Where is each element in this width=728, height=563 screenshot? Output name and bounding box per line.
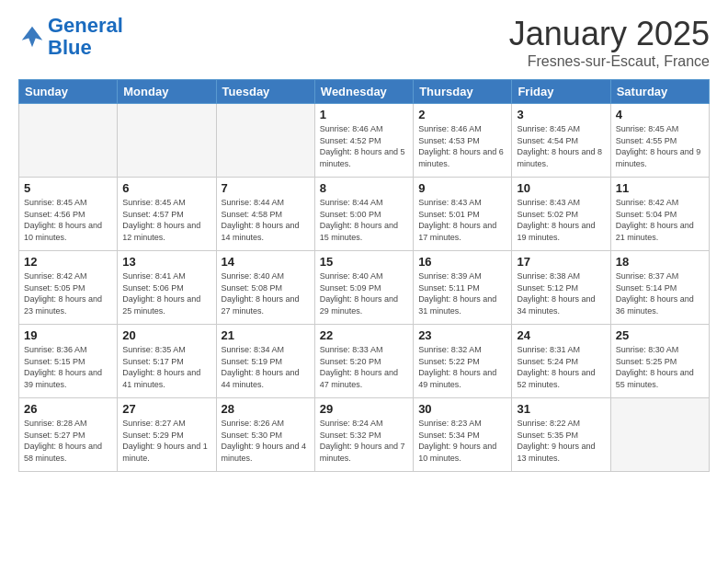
table-row: 18Sunrise: 8:37 AM Sunset: 5:14 PM Dayli… (610, 251, 709, 325)
day-number: 7 (222, 181, 310, 195)
table-row: 25Sunrise: 8:30 AM Sunset: 5:25 PM Dayli… (610, 325, 709, 398)
calendar-week-row: 5Sunrise: 8:45 AM Sunset: 4:56 PM Daylig… (19, 178, 710, 251)
day-info: Sunrise: 8:32 AM Sunset: 5:22 PM Dayligh… (418, 344, 506, 390)
table-row: 3Sunrise: 8:45 AM Sunset: 4:54 PM Daylig… (512, 104, 610, 178)
table-row: 12Sunrise: 8:42 AM Sunset: 5:05 PM Dayli… (19, 251, 118, 325)
day-number: 11 (616, 181, 704, 195)
day-info: Sunrise: 8:39 AM Sunset: 5:11 PM Dayligh… (418, 270, 506, 316)
table-row: 10Sunrise: 8:43 AM Sunset: 5:02 PM Dayli… (512, 178, 610, 251)
calendar-week-row: 19Sunrise: 8:36 AM Sunset: 5:15 PM Dayli… (19, 325, 710, 398)
table-row: 23Sunrise: 8:32 AM Sunset: 5:22 PM Dayli… (414, 325, 512, 398)
day-number: 15 (320, 255, 408, 269)
day-number: 20 (122, 328, 210, 342)
day-info: Sunrise: 8:42 AM Sunset: 5:05 PM Dayligh… (24, 270, 112, 316)
day-info: Sunrise: 8:36 AM Sunset: 5:15 PM Dayligh… (24, 344, 112, 390)
logo-blue: Blue (48, 37, 123, 59)
table-row: 5Sunrise: 8:45 AM Sunset: 4:56 PM Daylig… (19, 178, 118, 251)
table-row: 8Sunrise: 8:44 AM Sunset: 5:00 PM Daylig… (314, 178, 413, 251)
page: General Blue January 2025 Fresnes-sur-Es… (0, 0, 728, 563)
table-row: 15Sunrise: 8:40 AM Sunset: 5:09 PM Dayli… (314, 251, 413, 325)
logo-icon (18, 23, 46, 51)
col-friday: Friday (512, 80, 610, 104)
table-row (118, 104, 216, 178)
day-info: Sunrise: 8:40 AM Sunset: 5:09 PM Dayligh… (320, 270, 408, 316)
day-info: Sunrise: 8:44 AM Sunset: 5:00 PM Dayligh… (320, 197, 408, 243)
table-row: 20Sunrise: 8:35 AM Sunset: 5:17 PM Dayli… (118, 325, 216, 398)
table-row (19, 104, 118, 178)
day-number: 16 (418, 255, 506, 269)
day-number: 3 (517, 108, 605, 121)
table-row: 14Sunrise: 8:40 AM Sunset: 5:08 PM Dayli… (216, 251, 314, 325)
table-row (610, 398, 709, 472)
day-info: Sunrise: 8:24 AM Sunset: 5:32 PM Dayligh… (320, 418, 408, 464)
table-row: 4Sunrise: 8:45 AM Sunset: 4:55 PM Daylig… (610, 104, 709, 178)
day-info: Sunrise: 8:28 AM Sunset: 5:27 PM Dayligh… (24, 418, 112, 464)
table-row: 19Sunrise: 8:36 AM Sunset: 5:15 PM Dayli… (19, 325, 118, 398)
day-info: Sunrise: 8:35 AM Sunset: 5:17 PM Dayligh… (122, 344, 210, 390)
logo-text: General Blue (48, 15, 123, 59)
day-info: Sunrise: 8:40 AM Sunset: 5:08 PM Dayligh… (222, 270, 310, 316)
day-number: 1 (320, 108, 408, 121)
day-number: 31 (517, 402, 605, 416)
day-info: Sunrise: 8:26 AM Sunset: 5:30 PM Dayligh… (222, 418, 310, 464)
day-number: 8 (320, 181, 408, 195)
day-info: Sunrise: 8:27 AM Sunset: 5:29 PM Dayligh… (122, 418, 210, 464)
day-number: 26 (24, 402, 112, 416)
table-row: 31Sunrise: 8:22 AM Sunset: 5:35 PM Dayli… (512, 398, 610, 472)
day-number: 23 (418, 328, 506, 342)
day-info: Sunrise: 8:43 AM Sunset: 5:02 PM Dayligh… (517, 197, 605, 243)
day-number: 18 (616, 255, 704, 269)
table-row: 1Sunrise: 8:46 AM Sunset: 4:52 PM Daylig… (314, 104, 413, 178)
day-info: Sunrise: 8:45 AM Sunset: 4:55 PM Dayligh… (616, 123, 704, 169)
logo-general: General (48, 14, 123, 37)
day-info: Sunrise: 8:41 AM Sunset: 5:06 PM Dayligh… (122, 270, 210, 316)
day-info: Sunrise: 8:44 AM Sunset: 4:58 PM Dayligh… (222, 197, 310, 243)
day-info: Sunrise: 8:45 AM Sunset: 4:57 PM Dayligh… (122, 197, 210, 243)
month-title: January 2025 (509, 15, 710, 53)
table-row (216, 104, 314, 178)
table-row: 21Sunrise: 8:34 AM Sunset: 5:19 PM Dayli… (216, 325, 314, 398)
day-number: 25 (616, 328, 704, 342)
table-row: 2Sunrise: 8:46 AM Sunset: 4:53 PM Daylig… (414, 104, 512, 178)
calendar-table: Sunday Monday Tuesday Wednesday Thursday… (18, 79, 710, 472)
table-row: 30Sunrise: 8:23 AM Sunset: 5:34 PM Dayli… (414, 398, 512, 472)
day-number: 30 (418, 402, 506, 416)
table-row: 28Sunrise: 8:26 AM Sunset: 5:30 PM Dayli… (216, 398, 314, 472)
day-info: Sunrise: 8:34 AM Sunset: 5:19 PM Dayligh… (222, 344, 310, 390)
day-number: 28 (222, 402, 310, 416)
day-number: 19 (24, 328, 112, 342)
day-number: 9 (418, 181, 506, 195)
table-row: 29Sunrise: 8:24 AM Sunset: 5:32 PM Dayli… (314, 398, 413, 472)
day-info: Sunrise: 8:46 AM Sunset: 4:52 PM Dayligh… (320, 123, 408, 169)
day-number: 27 (122, 402, 210, 416)
day-info: Sunrise: 8:31 AM Sunset: 5:24 PM Dayligh… (517, 344, 605, 390)
day-info: Sunrise: 8:22 AM Sunset: 5:35 PM Dayligh… (517, 418, 605, 464)
day-number: 2 (418, 108, 506, 121)
day-number: 29 (320, 402, 408, 416)
day-info: Sunrise: 8:33 AM Sunset: 5:20 PM Dayligh… (320, 344, 408, 390)
table-row: 6Sunrise: 8:45 AM Sunset: 4:57 PM Daylig… (118, 178, 216, 251)
svg-marker-0 (22, 27, 43, 48)
day-info: Sunrise: 8:45 AM Sunset: 4:56 PM Dayligh… (24, 197, 112, 243)
day-info: Sunrise: 8:38 AM Sunset: 5:12 PM Dayligh… (517, 270, 605, 316)
day-number: 21 (222, 328, 310, 342)
location-title: Fresnes-sur-Escaut, France (509, 53, 710, 70)
day-number: 6 (122, 181, 210, 195)
header: General Blue January 2025 Fresnes-sur-Es… (18, 15, 710, 70)
day-info: Sunrise: 8:23 AM Sunset: 5:34 PM Dayligh… (418, 418, 506, 464)
calendar-week-row: 26Sunrise: 8:28 AM Sunset: 5:27 PM Dayli… (19, 398, 710, 472)
col-monday: Monday (118, 80, 216, 104)
day-info: Sunrise: 8:46 AM Sunset: 4:53 PM Dayligh… (418, 123, 506, 169)
table-row: 27Sunrise: 8:27 AM Sunset: 5:29 PM Dayli… (118, 398, 216, 472)
table-row: 26Sunrise: 8:28 AM Sunset: 5:27 PM Dayli… (19, 398, 118, 472)
calendar-header-row: Sunday Monday Tuesday Wednesday Thursday… (19, 80, 710, 104)
table-row: 13Sunrise: 8:41 AM Sunset: 5:06 PM Dayli… (118, 251, 216, 325)
day-number: 17 (517, 255, 605, 269)
calendar-week-row: 12Sunrise: 8:42 AM Sunset: 5:05 PM Dayli… (19, 251, 710, 325)
col-thursday: Thursday (414, 80, 512, 104)
day-number: 12 (24, 255, 112, 269)
col-saturday: Saturday (610, 80, 709, 104)
day-number: 4 (616, 108, 704, 121)
title-block: January 2025 Fresnes-sur-Escaut, France (509, 15, 710, 70)
calendar-week-row: 1Sunrise: 8:46 AM Sunset: 4:52 PM Daylig… (19, 104, 710, 178)
